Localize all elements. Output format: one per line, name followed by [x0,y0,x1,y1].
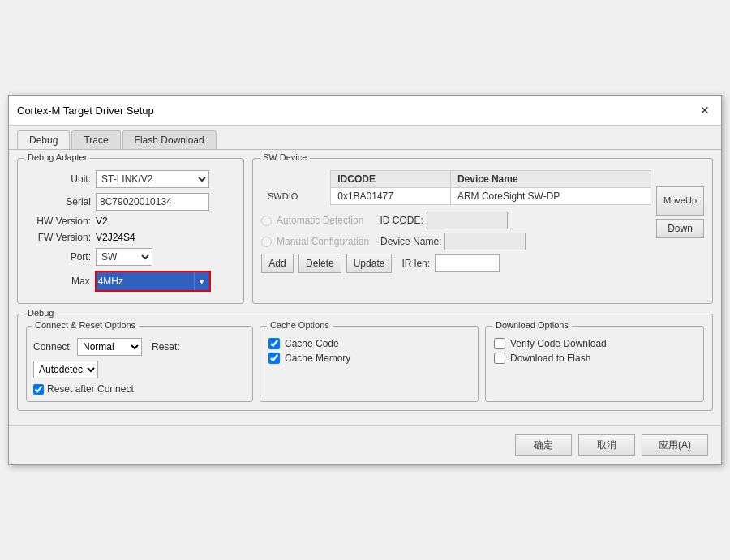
hw-version-row: HW Version: V2 [26,216,235,227]
sw-row-label: SWDIO [261,188,331,205]
id-code-input[interactable] [427,212,508,229]
ir-len-input[interactable] [435,254,500,272]
reset-select[interactable]: Autodetect Software Hardware [33,361,98,378]
max-label: Max [71,276,90,287]
cache-options-label: Cache Options [267,320,333,330]
window-title: Cortex-M Target Driver Setup [17,105,154,117]
cache-code-row: Cache Code [268,338,470,349]
serial-input[interactable] [96,193,209,211]
auto-detect-label: Automatic Detection [277,215,363,226]
unit-row: Unit: ST-LINK/V2 [26,170,235,188]
reset-after-row: Reset after Connect [33,383,246,395]
port-select[interactable]: SW JTAG [96,248,152,266]
close-button[interactable]: ✕ [697,102,713,118]
connect-select[interactable]: Normal Connect under Reset Reset after C… [77,338,142,356]
debug-group: Debug Connect & Reset Options Connect: N… [17,314,713,411]
cache-memory-row: Cache Memory [268,353,470,364]
title-bar: Cortex-M Target Driver Setup ✕ [9,96,721,126]
sw-device-table: IDCODE Device Name SWDIO 0x1BA01477 ARM … [261,170,651,205]
top-row: Debug Adapter Unit: ST-LINK/V2 Serial HW… [17,158,713,310]
connect-row: Connect: Normal Connect under Reset Rese… [33,338,246,378]
download-to-flash-checkbox[interactable] [494,353,505,364]
cache-memory-checkbox[interactable] [268,353,280,364]
sw-device-group: SW Device IDCODE Device Name [252,158,713,304]
reset-after-label: Reset after Connect [47,383,134,395]
connect-reset-inner: Connect & Reset Options Connect: Normal … [26,326,253,402]
connect-reset-wrapper: Connect & Reset Options Connect: Normal … [26,326,253,402]
verify-code-row: Verify Code Download [494,338,695,349]
debug-inner: Connect & Reset Options Connect: Normal … [26,326,704,402]
fw-version-value: V2J24S4 [96,232,135,243]
hw-version-value: V2 [96,216,108,227]
port-row: Port: SW JTAG [26,248,235,266]
cache-code-checkbox[interactable] [268,338,280,349]
serial-row: Serial [26,193,235,211]
sw-table-wrapper: IDCODE Device Name SWDIO 0x1BA01477 ARM … [261,170,704,273]
tab-flash-download[interactable]: Flash Download [122,130,217,149]
verify-code-checkbox[interactable] [494,338,505,349]
move-up-button[interactable]: Move Up [656,186,704,216]
ok-button[interactable]: 确定 [515,434,572,456]
connect-reset-label: Connect & Reset Options [32,320,139,330]
port-label: Port: [26,251,91,263]
table-row: SWDIO 0x1BA01477 ARM CoreSight SW-DP [261,188,651,205]
verify-code-label: Verify Code Download [510,338,607,349]
sw-bottom-bar: Add Delete Update IR len: [261,254,651,273]
download-options-label: Download Options [492,320,572,330]
id-code-label: ID CODE: [380,215,423,226]
unit-label: Unit: [26,173,91,185]
download-options-group: Download Options Verify Code Download Do… [485,326,704,402]
cache-code-label: Cache Code [285,338,339,349]
download-to-flash-row: Download to Flash [494,353,695,364]
apply-button[interactable]: 应用(A) [642,434,708,456]
sw-idcode-cell: 0x1BA01477 [331,188,451,205]
fw-version-label: FW Version: [26,232,91,243]
sw-table-area: IDCODE Device Name SWDIO 0x1BA01477 ARM … [261,170,651,273]
delete-button[interactable]: Delete [298,254,341,273]
sw-device-name-cell: ARM CoreSight SW-DP [450,188,651,205]
reset-label: Reset: [152,341,180,353]
max-select-wrapper: 4MHz 8MHz 2MHz 1MHz ▼ [95,271,211,292]
max-row: Max 4MHz 8MHz 2MHz 1MHz ▼ [26,271,235,292]
debug-group-label: Debug [24,308,57,318]
down-button[interactable]: Down [656,219,704,238]
max-speed-select[interactable]: 4MHz 8MHz 2MHz 1MHz [97,272,194,290]
hw-version-label: HW Version: [26,216,91,227]
tab-debug[interactable]: Debug [17,130,70,149]
bottom-bar: 确定 取消 应用(A) [9,425,721,464]
tab-trace[interactable]: Trace [71,130,120,149]
move-up-line2: Up [685,195,697,206]
manual-config-label: Manual Configuration [277,236,369,247]
debug-adapter-label: Debug Adapter [24,152,90,162]
tab-bar: Debug Trace Flash Download [9,126,721,149]
auto-detect-radio[interactable] [261,216,272,226]
move-up-line1: Move [663,195,685,206]
sw-right-buttons: Move Up Down [656,170,704,238]
sw-device-label: SW Device [260,152,310,162]
download-to-flash-label: Download to Flash [510,353,590,364]
max-select-arrow-icon: ▼ [194,272,209,290]
manual-config-radio[interactable] [261,237,272,247]
unit-select[interactable]: ST-LINK/V2 [96,170,209,188]
cache-options-group: Cache Options Cache Code Cache Memory [260,326,479,402]
main-window: Cortex-M Target Driver Setup ✕ Debug Tra… [8,95,722,465]
device-name-field-input[interactable] [444,233,526,250]
device-name-field-label: Device Name: [380,236,441,247]
fw-version-row: FW Version: V2J24S4 [26,232,235,243]
add-button[interactable]: Add [261,254,294,273]
ir-len-label: IR len: [402,258,430,269]
debug-adapter-group: Debug Adapter Unit: ST-LINK/V2 Serial HW… [17,158,244,304]
manual-config-row: Manual Configuration Device Name: [261,233,651,250]
tab-content: Debug Adapter Unit: ST-LINK/V2 Serial HW… [9,149,721,425]
connect-label: Connect: [33,341,72,353]
cache-memory-label: Cache Memory [285,353,350,364]
col-idcode: IDCODE [331,171,451,188]
auto-detect-row: Automatic Detection ID CODE: [261,212,651,229]
reset-after-checkbox[interactable] [33,384,44,395]
update-button[interactable]: Update [346,254,393,273]
cancel-button[interactable]: 取消 [578,434,635,456]
col-device-name: Device Name [450,171,651,188]
serial-label: Serial [26,196,91,207]
sw-config-area: Automatic Detection ID CODE: Manual Conf… [261,212,651,250]
